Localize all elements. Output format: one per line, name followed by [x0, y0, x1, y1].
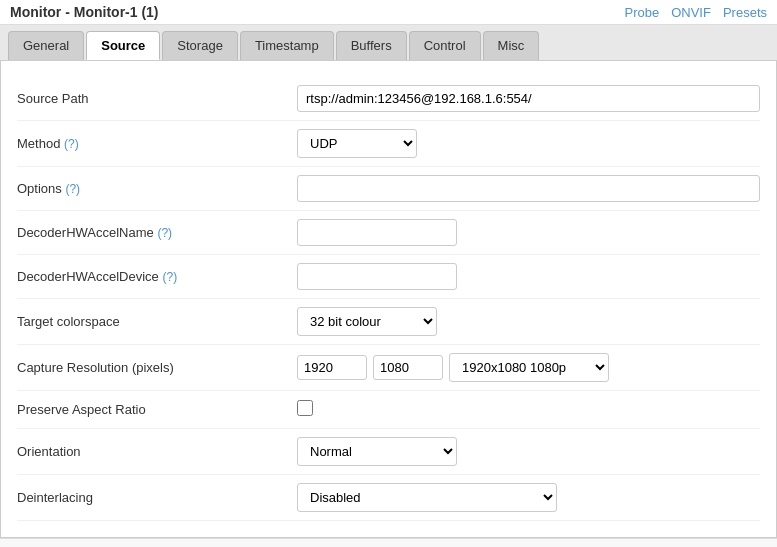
top-bar: Monitor - Monitor-1 (1) Probe ONVIF Pres… — [0, 0, 777, 25]
form-content: Source Path Method (?) UDP TCP RTP/RTSP … — [0, 61, 777, 538]
deinterlacing-row: Deinterlacing Disabled Enabled Adaptive … — [17, 475, 760, 521]
orientation-label: Orientation — [17, 444, 297, 459]
options-row: Options (?) — [17, 167, 760, 211]
method-field-wrapper: UDP TCP RTP/RTSP HTTP — [297, 129, 760, 158]
deinterlacing-select[interactable]: Disabled Enabled Adaptive Advanced — [297, 483, 557, 512]
presets-link[interactable]: Presets — [723, 5, 767, 20]
preserve-aspect-ratio-label: Preserve Aspect Ratio — [17, 402, 297, 417]
capture-width-input[interactable] — [297, 355, 367, 380]
capture-resolution-field-wrapper: 1920x1080 1080p 1280x720 720p 640x480 VG… — [297, 353, 760, 382]
method-help[interactable]: (?) — [64, 137, 79, 151]
resolution-inputs: 1920x1080 1080p 1280x720 720p 640x480 VG… — [297, 353, 760, 382]
probe-link[interactable]: Probe — [624, 5, 659, 20]
decoder-hw-accel-name-row: DecoderHWAccelName (?) — [17, 211, 760, 255]
tab-buffers[interactable]: Buffers — [336, 31, 407, 60]
footer: SAVE CANCEL — [0, 538, 777, 547]
tab-general[interactable]: General — [8, 31, 84, 60]
decoder-hw-accel-name-input[interactable] — [297, 219, 457, 246]
method-label: Method (?) — [17, 136, 297, 151]
decoder-hw-accel-device-field-wrapper — [297, 263, 760, 290]
capture-resolution-row: Capture Resolution (pixels) 1920x1080 10… — [17, 345, 760, 391]
orientation-select[interactable]: Normal Rotate 90 Rotate 180 Rotate 270 F… — [297, 437, 457, 466]
decoder-hw-accel-device-help[interactable]: (?) — [162, 270, 177, 284]
onvif-link[interactable]: ONVIF — [671, 5, 711, 20]
deinterlacing-label: Deinterlacing — [17, 490, 297, 505]
decoder-hw-accel-name-label: DecoderHWAccelName (?) — [17, 225, 297, 240]
options-label: Options (?) — [17, 181, 297, 196]
tab-control[interactable]: Control — [409, 31, 481, 60]
options-input[interactable] — [297, 175, 760, 202]
target-colorspace-field-wrapper: 32 bit colour 24 bit colour 8 bit grey — [297, 307, 760, 336]
decoder-hw-accel-device-input[interactable] — [297, 263, 457, 290]
resolution-preset-select[interactable]: 1920x1080 1080p 1280x720 720p 640x480 VG… — [449, 353, 609, 382]
capture-resolution-label: Capture Resolution (pixels) — [17, 360, 297, 375]
tab-misc[interactable]: Misc — [483, 31, 540, 60]
source-path-row: Source Path — [17, 77, 760, 121]
decoder-hw-accel-name-field-wrapper — [297, 219, 760, 246]
target-colorspace-select[interactable]: 32 bit colour 24 bit colour 8 bit grey — [297, 307, 437, 336]
top-bar-links: Probe ONVIF Presets — [624, 5, 767, 20]
preserve-aspect-ratio-field-wrapper — [297, 400, 760, 419]
orientation-row: Orientation Normal Rotate 90 Rotate 180 … — [17, 429, 760, 475]
deinterlacing-field-wrapper: Disabled Enabled Adaptive Advanced — [297, 483, 760, 512]
tab-bar: General Source Storage Timestamp Buffers… — [0, 25, 777, 61]
preserve-aspect-ratio-row: Preserve Aspect Ratio — [17, 391, 760, 429]
tab-storage[interactable]: Storage — [162, 31, 238, 60]
source-path-input[interactable] — [297, 85, 760, 112]
source-path-label: Source Path — [17, 91, 297, 106]
decoder-hw-accel-device-label: DecoderHWAccelDevice (?) — [17, 269, 297, 284]
source-path-field-wrapper — [297, 85, 760, 112]
target-colorspace-row: Target colorspace 32 bit colour 24 bit c… — [17, 299, 760, 345]
tab-source[interactable]: Source — [86, 31, 160, 60]
method-row: Method (?) UDP TCP RTP/RTSP HTTP — [17, 121, 760, 167]
preserve-aspect-ratio-checkbox[interactable] — [297, 400, 313, 416]
page-title: Monitor - Monitor-1 (1) — [10, 4, 159, 20]
capture-height-input[interactable] — [373, 355, 443, 380]
options-field-wrapper — [297, 175, 760, 202]
target-colorspace-label: Target colorspace — [17, 314, 297, 329]
options-help[interactable]: (?) — [65, 182, 80, 196]
tab-timestamp[interactable]: Timestamp — [240, 31, 334, 60]
decoder-hw-accel-device-row: DecoderHWAccelDevice (?) — [17, 255, 760, 299]
orientation-field-wrapper: Normal Rotate 90 Rotate 180 Rotate 270 F… — [297, 437, 760, 466]
decoder-hw-accel-name-help[interactable]: (?) — [157, 226, 172, 240]
method-select[interactable]: UDP TCP RTP/RTSP HTTP — [297, 129, 417, 158]
